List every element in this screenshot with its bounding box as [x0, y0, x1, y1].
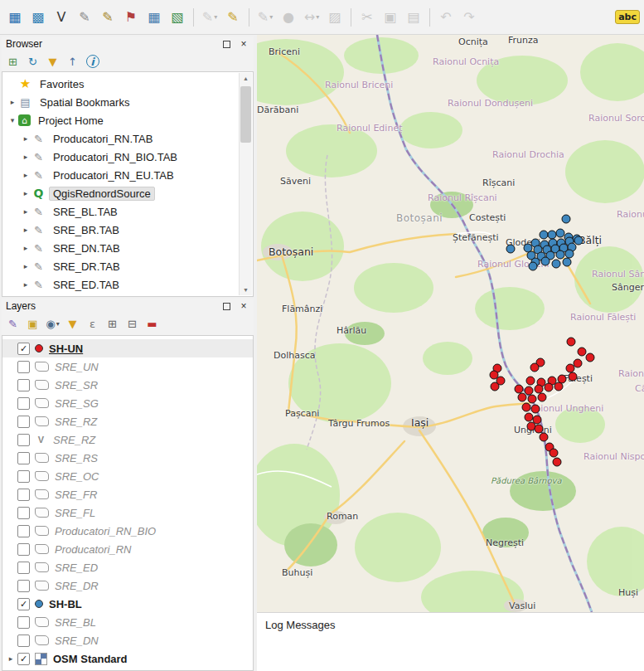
add-group-button[interactable]: ▣ [24, 315, 41, 333]
browser-item-producatori-rn-tab[interactable]: ▸✎Producatori_RN.TAB [3, 129, 240, 148]
layer-visibility-checkbox[interactable] [17, 470, 30, 483]
layer-item-producatori-rn[interactable]: Producatori_RN [2, 540, 253, 558]
layer-visibility-checkbox[interactable] [17, 635, 30, 647]
copy-features-button[interactable]: ▣ [380, 7, 401, 28]
undo-button[interactable]: ↶ [435, 7, 457, 28]
browser-scrollbar[interactable]: ▲ ▼ [239, 73, 252, 295]
layer-item-sre-dn[interactable]: SRE_DN [2, 631, 253, 649]
add-feature-button[interactable]: ● [278, 7, 299, 28]
collapse-all-button[interactable]: ↑ [64, 53, 81, 71]
browser-close-button[interactable]: × [238, 38, 249, 50]
layer-item-sre-oc[interactable]: SRE_OC [2, 467, 253, 485]
browser-item-favorites[interactable]: ★Favorites [3, 75, 240, 93]
move-feature-button[interactable]: ↔▾ [301, 7, 322, 28]
chevron-collapsed-icon[interactable]: ▸ [20, 189, 31, 197]
redo-button[interactable]: ↷ [458, 7, 480, 28]
layer-visibility-checkbox[interactable] [17, 616, 30, 629]
layer-visibility-checkbox[interactable] [17, 507, 30, 519]
layer-visibility-checkbox[interactable] [17, 434, 30, 446]
chevron-collapsed-icon[interactable]: ▸ [20, 207, 31, 216]
georeferencer-button[interactable]: ▩ [27, 7, 49, 28]
pin-labels-button[interactable]: ⚑ [120, 7, 142, 28]
chevron-collapsed-icon[interactable]: ▸ [20, 171, 31, 179]
layer-item-sre-ed[interactable]: SRE_ED [2, 558, 253, 576]
refresh-browser-button[interactable]: ↻ [24, 53, 41, 71]
chevron-collapsed-icon[interactable]: ▸ [20, 244, 31, 252]
browser-item-sre-ed-tab[interactable]: ▸✎SRE_ED.TAB [3, 275, 240, 294]
layer-item-osm-standard[interactable]: ▸✓OSM Standard [2, 649, 253, 668]
cut-features-button[interactable]: ✂ [356, 7, 378, 28]
layer-visibility-checkbox[interactable] [17, 543, 30, 556]
map-canvas[interactable]: OcnițaFrunzaBriceniRaionul OcnițaRaionul… [257, 35, 644, 612]
layer-item-sh-bl[interactable]: ✓SH-BL [2, 595, 253, 613]
layer-item-sre-rz[interactable]: SRE_RZ [2, 412, 253, 430]
layers-float-button[interactable] [220, 300, 232, 312]
show-properties-button[interactable]: i [84, 53, 101, 71]
layer-item-sre-rs[interactable]: SRE_RS [2, 449, 253, 467]
layer-item-sre-un[interactable]: SRE_UN [2, 357, 253, 376]
vertex-tool-button[interactable]: V [51, 7, 72, 28]
scrollbar-thumb[interactable] [240, 86, 251, 143]
browser-item-producatori-rn-eu-tab[interactable]: ▸✎Producatori_RN_EU.TAB [3, 166, 240, 184]
layer-visibility-checkbox[interactable] [17, 580, 30, 592]
layer-visibility-checkbox[interactable] [17, 525, 30, 537]
chevron-collapsed-icon[interactable]: ▸ [20, 226, 31, 234]
browser-item-producatori-rn-bio-tab[interactable]: ▸✎Producatori_RN_BIO.TAB [3, 148, 240, 166]
scrollbar-track[interactable] [240, 84, 252, 284]
chevron-collapsed-icon[interactable]: ▸ [20, 280, 31, 289]
layer-item-sre-bl[interactable]: SRE_BL [2, 613, 253, 631]
chevron-collapsed-icon[interactable]: ▸ [20, 153, 31, 161]
layer-item-producatori-rn-bio[interactable]: Producatori_RN_BIO [2, 522, 253, 540]
expand-all-button[interactable]: ⊞ [104, 315, 121, 333]
chevron-expanded-icon[interactable]: ▾ [7, 116, 18, 124]
chevron-collapsed-icon[interactable]: ▸ [6, 654, 16, 663]
layer-visibility-checkbox[interactable] [17, 452, 30, 464]
browser-item-sre-bl-tab[interactable]: ▸✎SRE_BL.TAB [3, 202, 240, 221]
browser-item-project-home[interactable]: ▾⌂Project Home [3, 111, 240, 129]
add-selected-layers-button[interactable]: ⊞ [4, 53, 22, 71]
layer-item-sre-rz[interactable]: VSRE_RZ [2, 430, 253, 449]
layers-close-button[interactable]: × [238, 300, 249, 312]
open-layer-styling-button[interactable]: ✎ [4, 315, 22, 333]
layer-visibility-checkbox[interactable]: ✓ [17, 653, 30, 665]
new-virtual-layer-button[interactable]: ▦ [143, 7, 165, 28]
layer-visibility-checkbox[interactable] [17, 489, 30, 501]
filter-by-expression-button[interactable]: ε [84, 315, 101, 333]
layer-visibility-checkbox[interactable]: ✓ [17, 598, 30, 610]
browser-item-sre-dn-tab[interactable]: ▸✎SRE_DN.TAB [3, 239, 240, 257]
layer-item-sre-sr[interactable]: SRE_SR [2, 376, 253, 394]
offset-curve-button[interactable]: ✎ [74, 7, 95, 28]
browser-item-qgisrednordsource[interactable]: ▸QQgisRednordSource [3, 184, 240, 202]
layer-visibility-checkbox[interactable]: ✓ [17, 343, 30, 355]
remove-layer-button[interactable]: ▬ [143, 315, 161, 333]
browser-item-spatial-bookmarks[interactable]: ▸▤Spatial Bookmarks [3, 93, 240, 111]
reshape-features-button[interactable]: ✎ [97, 7, 119, 28]
filter-browser-button[interactable]: ▼ [44, 53, 61, 71]
layer-visibility-checkbox[interactable] [17, 397, 30, 410]
scroll-up-button[interactable]: ▲ [240, 73, 252, 84]
manage-map-themes-button[interactable]: ◉▾ [44, 315, 61, 333]
filter-legend-button[interactable]: ▼ [64, 315, 81, 333]
layer-item-sre-fl[interactable]: SRE_FL [2, 503, 253, 522]
browser-float-button[interactable] [220, 38, 232, 50]
browser-item-sre-dr-tab[interactable]: ▸✎SRE_DR.TAB [3, 257, 240, 275]
layer-visibility-checkbox[interactable] [17, 416, 30, 428]
chevron-collapsed-icon[interactable]: ▸ [7, 98, 18, 106]
layer-item-sre-dr[interactable]: SRE_DR [2, 576, 253, 595]
layout-manager-button[interactable]: ▦ [4, 7, 26, 28]
layer-visibility-checkbox[interactable] [17, 562, 30, 574]
current-edits-button[interactable]: ✎▾ [199, 7, 220, 28]
layer-visibility-checkbox[interactable] [17, 379, 30, 391]
paste-features-button[interactable]: ▤ [403, 7, 424, 28]
save-layer-edits-button[interactable]: ✎▾ [254, 7, 276, 28]
scroll-down-button[interactable]: ▼ [240, 284, 252, 295]
chevron-collapsed-icon[interactable]: ▸ [20, 134, 31, 143]
toggle-editing-button[interactable]: ✎ [222, 7, 244, 28]
chevron-collapsed-icon[interactable]: ▸ [20, 262, 31, 270]
layer-item-sre-sg[interactable]: SRE_SG [2, 394, 253, 412]
browser-item-sre-br-tab[interactable]: ▸✎SRE_BR.TAB [3, 221, 240, 239]
layer-visibility-checkbox[interactable] [17, 361, 30, 373]
log-messages-panel[interactable]: Log Messages [257, 612, 644, 671]
collapse-all-button[interactable]: ⊟ [123, 315, 141, 333]
check-geometries-button[interactable]: ▧ [167, 7, 188, 28]
